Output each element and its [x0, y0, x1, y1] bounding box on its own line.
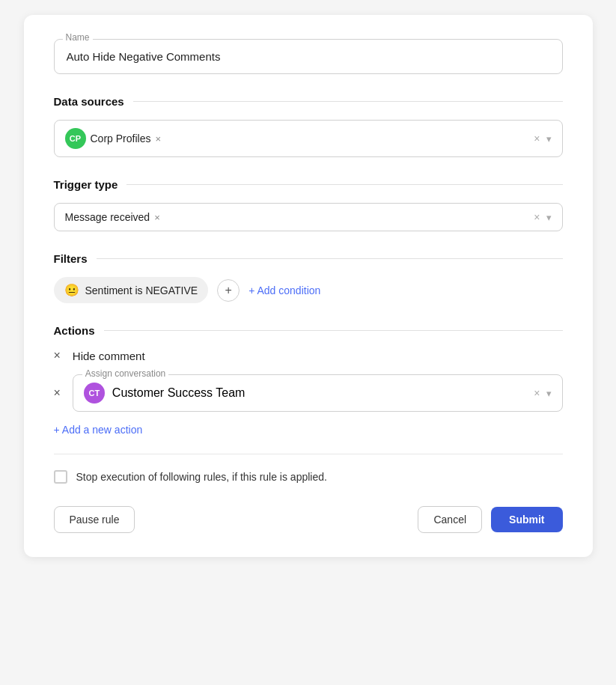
message-received-label: Message received [65, 211, 150, 223]
add-condition-plus-button[interactable]: + [217, 279, 240, 302]
hide-comment-action-row: × Hide comment [54, 349, 563, 362]
assign-conversation-label: Assign conversation [82, 368, 168, 379]
filters-header: Filters [54, 252, 563, 265]
data-sources-chevron-icon[interactable]: ▾ [546, 133, 552, 144]
submit-button[interactable]: Submit [491, 507, 562, 532]
actions-title: Actions [54, 324, 95, 337]
assign-conversation-box: Assign conversation CT Customer Success … [73, 374, 563, 412]
rule-form: Name Data sources CP Corp Profiles × × ▾… [24, 15, 593, 557]
add-condition-button[interactable]: + Add condition [248, 284, 320, 296]
trigger-type-header: Trigger type [54, 178, 563, 191]
name-field-group: Name [54, 39, 563, 74]
data-sources-selected: CP Corp Profiles × [65, 128, 162, 149]
filters-title: Filters [54, 252, 88, 265]
trigger-type-selected: Message received × [65, 211, 160, 223]
trigger-type-select[interactable]: Message received × × ▾ [54, 203, 563, 231]
corp-profiles-chip: CP Corp Profiles × [65, 128, 162, 149]
assign-conversation-inner: CT Customer Success Team × ▾ [84, 383, 552, 404]
corp-profiles-remove[interactable]: × [155, 133, 161, 144]
data-sources-title: Data sources [54, 95, 124, 108]
footer-right-buttons: Cancel Submit [418, 506, 562, 533]
corp-profiles-initials: CP [70, 134, 81, 143]
trigger-type-chevron-icon[interactable]: ▾ [546, 212, 552, 223]
pause-rule-button[interactable]: Pause rule [54, 506, 135, 533]
sentiment-filter-chip[interactable]: 😐 Sentiment is NEGATIVE [54, 277, 209, 303]
data-sources-header: Data sources [54, 95, 563, 108]
add-action-label: + Add a new action [54, 424, 143, 436]
customer-success-team-avatar: CT [84, 383, 105, 404]
actions-header: Actions [54, 324, 563, 337]
sentiment-emoji-icon: 😐 [64, 283, 79, 297]
stop-execution-checkbox[interactable] [54, 470, 67, 484]
hide-comment-remove-button[interactable]: × [54, 349, 61, 362]
data-sources-controls: × ▾ [534, 133, 551, 144]
trigger-type-title: Trigger type [54, 178, 118, 191]
assign-team-info: CT Customer Success Team [84, 383, 246, 404]
data-sources-line [133, 101, 563, 102]
filters-line [97, 258, 563, 259]
cancel-button[interactable]: Cancel [418, 506, 482, 533]
footer-buttons: Pause rule Cancel Submit [54, 506, 563, 533]
plus-icon: + [225, 284, 232, 297]
message-received-chip: Message received × [65, 211, 160, 223]
customer-success-team-initials: CT [89, 389, 100, 398]
trigger-type-line [126, 184, 562, 185]
footer-divider [54, 454, 563, 454]
name-input[interactable] [54, 39, 563, 74]
assign-conversation-action-row: × Assign conversation CT Customer Succes… [54, 374, 563, 412]
hide-comment-label: Hide comment [73, 350, 145, 362]
message-received-remove[interactable]: × [154, 212, 160, 223]
trigger-type-controls: × ▾ [534, 211, 551, 223]
corp-profiles-avatar: CP [65, 128, 86, 149]
assign-conversation-chevron-icon[interactable]: ▾ [546, 388, 552, 399]
stop-execution-row: Stop execution of following rules, if th… [54, 469, 563, 485]
assign-conversation-clear-icon[interactable]: × [534, 387, 540, 399]
data-sources-select[interactable]: CP Corp Profiles × × ▾ [54, 120, 563, 157]
actions-line [104, 330, 563, 331]
sentiment-filter-label: Sentiment is NEGATIVE [85, 284, 198, 296]
name-label: Name [63, 32, 93, 43]
assign-conversation-controls: × ▾ [534, 387, 551, 399]
data-sources-clear-icon[interactable]: × [534, 133, 540, 144]
customer-success-team-label: Customer Success Team [112, 386, 246, 400]
stop-execution-label: Stop execution of following rules, if th… [76, 469, 327, 485]
add-condition-label: + Add condition [248, 284, 320, 296]
assign-conversation-remove-button[interactable]: × [54, 386, 61, 400]
add-action-button[interactable]: + Add a new action [54, 424, 563, 436]
trigger-type-clear-icon[interactable]: × [534, 211, 540, 223]
filters-row: 😐 Sentiment is NEGATIVE + + Add conditio… [54, 277, 563, 303]
corp-profiles-label: Corp Profiles [91, 133, 151, 144]
